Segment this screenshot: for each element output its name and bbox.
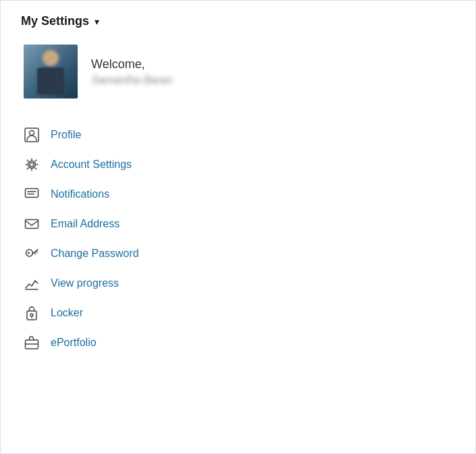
avatar	[24, 45, 78, 98]
sidebar-item-label: Account Settings	[51, 159, 132, 171]
sidebar-item-label: View progress	[51, 277, 119, 289]
svg-rect-7	[26, 220, 38, 229]
sidebar-item-locker[interactable]: Locker	[21, 298, 455, 328]
svg-rect-14	[27, 311, 36, 320]
chart-icon	[24, 275, 40, 291]
svg-point-3	[28, 161, 36, 169]
sidebar-item-view-progress[interactable]: View progress	[21, 268, 455, 298]
chat-icon	[24, 186, 40, 202]
sidebar-item-change-password[interactable]: Change Password	[21, 239, 455, 268]
envelope-icon	[24, 216, 40, 232]
sidebar-item-notifications[interactable]: Notifications	[21, 179, 455, 209]
svg-line-10	[36, 251, 38, 252]
sidebar-item-label: Locker	[51, 307, 83, 319]
person-icon	[24, 127, 40, 143]
welcome-section: Welcome, Samantha Baran	[91, 57, 172, 86]
svg-line-11	[34, 253, 36, 254]
briefcase-icon	[24, 335, 40, 351]
key-icon	[24, 246, 40, 262]
nav-menu: Profile Account Settings	[21, 120, 455, 358]
svg-point-12	[28, 252, 30, 254]
gear-icon	[24, 157, 40, 173]
sidebar-item-label: Change Password	[51, 248, 139, 260]
chevron-down-icon: ▾	[95, 16, 99, 27]
sidebar-item-label: Email Address	[51, 218, 120, 230]
settings-panel: My Settings ▾ Welcome, Samantha Baran Pr…	[0, 0, 476, 454]
sidebar-item-eportfolio[interactable]: ePortfolio	[21, 328, 455, 358]
sidebar-item-email-address[interactable]: Email Address	[21, 209, 455, 239]
page-title: My Settings	[21, 14, 89, 28]
user-name: Samantha Baran	[91, 74, 172, 86]
sidebar-item-label: Profile	[51, 129, 81, 141]
sidebar-item-account-settings[interactable]: Account Settings	[21, 150, 455, 179]
sidebar-item-profile[interactable]: Profile	[21, 120, 455, 150]
sidebar-item-label: Notifications	[51, 188, 109, 200]
locker-icon	[24, 305, 40, 321]
welcome-text: Welcome,	[91, 57, 172, 72]
profile-section: Welcome, Samantha Baran	[21, 45, 455, 98]
svg-point-2	[30, 163, 34, 167]
header[interactable]: My Settings ▾	[21, 14, 455, 28]
svg-point-1	[30, 131, 34, 136]
svg-rect-4	[26, 189, 38, 198]
sidebar-item-label: ePortfolio	[51, 337, 97, 349]
